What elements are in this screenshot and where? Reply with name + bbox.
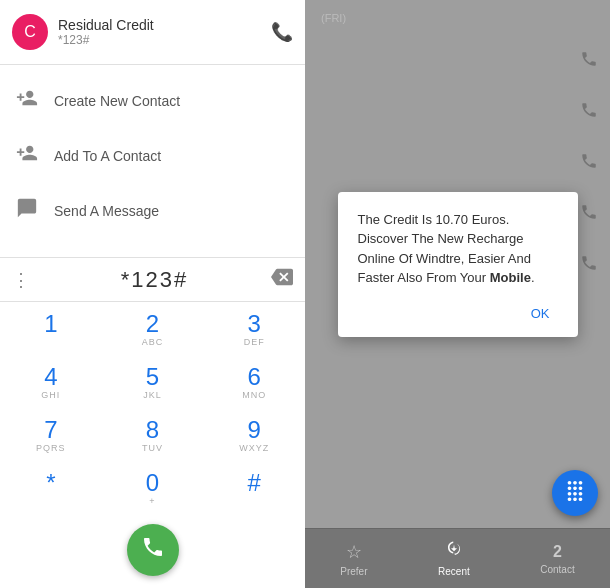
left-panel: C Residual Credit *123# 📞 Create New Con… (0, 0, 305, 588)
dial-key-hash[interactable]: # (203, 461, 305, 514)
call-button[interactable] (127, 524, 179, 576)
dial-key-3[interactable]: 3 DEF (203, 302, 305, 355)
bottom-nav: ☆ Prefer Recent 2 Contact (305, 528, 610, 588)
menu-label-add: Add To A Contact (54, 148, 161, 164)
menu-label-message: Send A Message (54, 203, 159, 219)
right-panel: (FRI) The Credit Is 10.70 Euros. Discove… (305, 0, 610, 588)
nav-item-contact[interactable]: 2 Contact (540, 543, 574, 575)
contact-number: *123# (58, 33, 154, 47)
dial-key-4[interactable]: 4 GHI (0, 355, 102, 408)
nav-label-recent: Recent (438, 566, 470, 577)
dialpad-number: *123# (38, 267, 271, 293)
dial-key-2[interactable]: 2 ABC (102, 302, 204, 355)
dial-key-0[interactable]: 0 + (102, 461, 204, 514)
dial-key-8[interactable]: 8 TUV (102, 408, 204, 461)
call-btn-row (0, 514, 305, 588)
backspace-icon[interactable] (271, 266, 293, 293)
menu-label-create: Create New Contact (54, 93, 180, 109)
nav-label-contact: Contact (540, 564, 574, 575)
dialpad-fab-icon (564, 480, 586, 507)
dialog-ok-button[interactable]: OK (523, 302, 558, 325)
nav-item-prefer[interactable]: ☆ Prefer (340, 541, 367, 577)
contact-info: C Residual Credit *123# (12, 14, 154, 50)
dialpad-grid: 1 2 ABC 3 DEF 4 GHI 5 JKL 6 MNO (0, 302, 305, 514)
dial-key-5[interactable]: 5 JKL (102, 355, 204, 408)
contact-name: Residual Credit (58, 17, 154, 33)
phone-icon (141, 535, 165, 565)
person-add-icon-2 (16, 142, 38, 169)
call-icon[interactable]: 📞 (271, 21, 293, 43)
menu-item-create-contact[interactable]: Create New Contact (0, 73, 305, 128)
dialpad-section: ⋮ *123# 1 2 ABC 3 DEF 4 GHI (0, 257, 305, 588)
menu-items: Create New Contact Add To A Contact Send… (0, 65, 305, 246)
dialog-box: The Credit Is 10.70 Euros. Discover The … (338, 192, 578, 337)
avatar: C (12, 14, 48, 50)
chat-icon (16, 197, 38, 224)
dial-key-1[interactable]: 1 (0, 302, 102, 355)
dial-key-star[interactable]: * (0, 461, 102, 514)
nav-label-prefer: Prefer (340, 566, 367, 577)
star-icon: ☆ (346, 541, 362, 563)
dialpad-input-row: ⋮ *123# (0, 258, 305, 302)
nav-item-recent[interactable]: Recent (438, 540, 470, 577)
contacts-badge-icon: 2 (553, 543, 562, 561)
menu-item-send-message[interactable]: Send A Message (0, 183, 305, 238)
dial-key-6[interactable]: 6 MNO (203, 355, 305, 408)
clock-icon (445, 540, 463, 563)
dial-key-9[interactable]: 9 WXYZ (203, 408, 305, 461)
dial-key-7[interactable]: 7 PQRS (0, 408, 102, 461)
fab-dialpad-button[interactable] (552, 470, 598, 516)
dialog-actions: OK (358, 302, 558, 325)
dialog-text: The Credit Is 10.70 Euros. Discover The … (358, 210, 558, 288)
dialpad-menu-icon[interactable]: ⋮ (12, 269, 30, 291)
contact-text: Residual Credit *123# (58, 17, 154, 47)
menu-item-add-contact[interactable]: Add To A Contact (0, 128, 305, 183)
dialog-overlay: The Credit Is 10.70 Euros. Discover The … (305, 0, 610, 528)
contact-header: C Residual Credit *123# 📞 (0, 0, 305, 65)
person-add-icon-1 (16, 87, 38, 114)
